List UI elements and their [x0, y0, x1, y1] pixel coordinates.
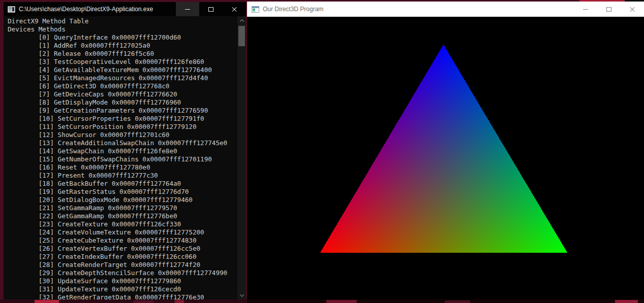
scrollbar-down-button[interactable] — [237, 291, 246, 299]
console-window: C:\Users\chase\Desktop\DirectX9-Applicat… — [4, 2, 246, 299]
rgb-triangle-canvas — [247, 17, 644, 299]
wallpaper-shape — [35, 300, 59, 303]
console-output: DirectX9 Method Table Devices Methods [0… — [8, 17, 246, 299]
console-window-controls — [176, 2, 246, 16]
wallpaper-shape — [445, 300, 470, 303]
minimize-icon — [583, 9, 588, 10]
console-titlebar[interactable]: C:\Users\chase\Desktop\DirectX9-Applicat… — [4, 2, 246, 16]
console-maximize-button[interactable] — [199, 2, 223, 16]
d3d-window: Our Direct3D Program — [247, 2, 644, 299]
wallpaper-shape — [326, 300, 357, 303]
d3d-app-icon — [252, 6, 259, 13]
minimize-icon — [185, 9, 190, 10]
d3d-minimize-button[interactable] — [574, 2, 597, 17]
wallpaper-shape — [175, 300, 184, 303]
console-minimize-button[interactable] — [176, 2, 199, 16]
maximize-icon — [606, 7, 611, 12]
console-body: DirectX9 Method Table Devices Methods [0… — [4, 16, 246, 299]
d3d-client-area — [247, 17, 644, 299]
d3d-window-title: Our Direct3D Program — [263, 6, 323, 13]
wallpaper-shape — [133, 300, 154, 303]
scrollbar-up-button[interactable] — [237, 16, 246, 25]
d3d-window-controls — [574, 2, 644, 17]
scrollbar-thumb[interactable] — [238, 26, 245, 46]
chevron-down-icon — [239, 292, 243, 296]
console-app-icon — [8, 6, 15, 13]
wallpaper-shape — [0, 299, 247, 303]
console-window-title: C:\Users\chase\Desktop\DirectX9-Applicat… — [19, 6, 153, 13]
close-icon — [231, 6, 237, 12]
chevron-up-icon — [239, 19, 243, 23]
wallpaper-shape — [247, 299, 644, 303]
d3d-titlebar[interactable]: Our Direct3D Program — [247, 2, 644, 17]
d3d-close-button[interactable] — [621, 2, 644, 17]
desktop: { "desktop": { "background_color": "#450… — [0, 0, 644, 303]
console-scrollbar[interactable] — [237, 16, 246, 299]
close-icon — [629, 6, 635, 12]
d3d-maximize-button[interactable] — [597, 2, 621, 17]
console-close-button[interactable] — [223, 2, 246, 16]
maximize-icon — [208, 7, 213, 12]
wallpaper-shape — [615, 300, 638, 303]
